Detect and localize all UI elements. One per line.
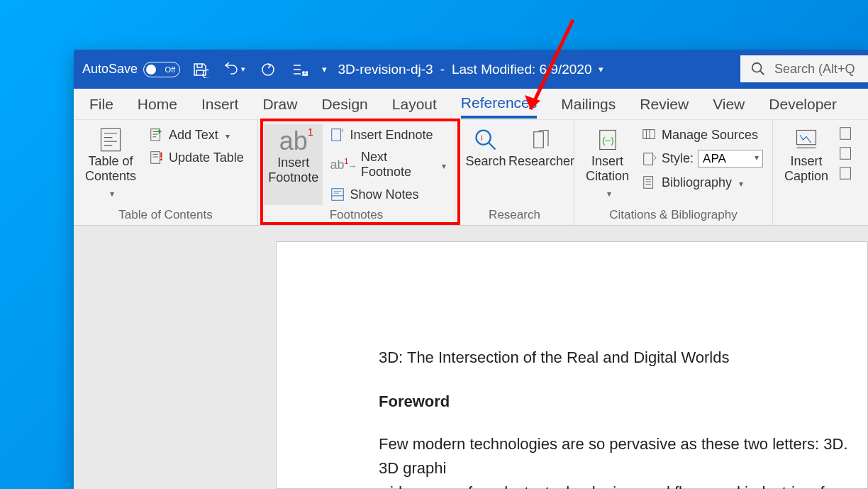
search-icon xyxy=(750,61,766,77)
show-notes-icon xyxy=(330,187,345,202)
bibliography-button[interactable]: Bibliography xyxy=(639,173,766,192)
svg-rect-16 xyxy=(644,177,653,189)
style-dropdown[interactable]: APA xyxy=(698,150,763,167)
document-canvas[interactable]: 3D: The Intersection of the Real and Dig… xyxy=(74,226,868,489)
titlebar: AutoSave Off ▾ 123 ▾ 3D-revision-dj-3 - … xyxy=(74,50,868,89)
tab-layout[interactable]: Layout xyxy=(392,92,437,117)
svg-rect-7 xyxy=(332,129,341,141)
group-research: i Search Researcher Research xyxy=(455,120,574,225)
group-captions: Insert Caption xyxy=(773,120,868,225)
svg-rect-5 xyxy=(151,152,160,164)
autosave-toggle[interactable]: Off xyxy=(143,62,180,77)
svg-point-10 xyxy=(477,131,491,145)
page[interactable]: 3D: The Intersection of the Real and Dig… xyxy=(276,241,868,489)
doc-paragraph[interactable]: Few modern technologies are so pervasive… xyxy=(379,432,867,489)
citation-icon: (–) xyxy=(595,127,621,153)
tab-draw[interactable]: Draw xyxy=(262,92,297,117)
tab-file[interactable]: File xyxy=(89,92,113,117)
next-footnote-button[interactable]: ab1→ Next Footnote xyxy=(327,148,449,181)
autosave-label: AutoSave xyxy=(82,62,138,77)
researcher-icon xyxy=(529,127,555,153)
search-placeholder: Search (Alt+Q xyxy=(774,62,855,77)
redo-icon[interactable] xyxy=(260,61,277,78)
tab-references[interactable]: References xyxy=(461,90,537,119)
svg-point-6 xyxy=(160,158,162,160)
bibliography-icon xyxy=(642,175,657,190)
group-citations: (–) Insert Citation Manage Sources Style… xyxy=(574,120,773,225)
group-label-footnotes: Footnotes xyxy=(264,205,449,222)
tab-home[interactable]: Home xyxy=(138,92,177,117)
spelling-flag[interactable]: workflows xyxy=(642,483,711,489)
qat-customize[interactable]: ▾ xyxy=(322,64,327,75)
group-label-citations: Citations & Bibliography xyxy=(580,205,767,222)
svg-rect-17 xyxy=(797,131,816,145)
insert-citation-button[interactable]: (–) Insert Citation xyxy=(580,124,635,205)
search-button[interactable]: i Search xyxy=(461,124,511,205)
save-icon[interactable] xyxy=(191,61,208,78)
group-label-research: Research xyxy=(461,205,568,222)
tab-insert[interactable]: Insert xyxy=(201,92,239,117)
tab-review[interactable]: Review xyxy=(640,92,689,117)
word-window: AutoSave Off ▾ 123 ▾ 3D-revision-dj-3 - … xyxy=(74,50,868,489)
svg-text:i: i xyxy=(481,133,483,142)
add-text-button[interactable]: Add Text xyxy=(146,126,247,144)
doc-heading-foreword[interactable]: Foreword xyxy=(379,392,867,411)
undo-icon xyxy=(223,61,240,78)
svg-rect-19 xyxy=(840,148,851,160)
insert-endnote-button[interactable]: i Insert Endnote xyxy=(327,126,449,144)
cross-ref-icon[interactable] xyxy=(838,165,854,181)
show-notes-button[interactable]: Show Notes xyxy=(327,185,449,204)
researcher-button[interactable]: Researcher xyxy=(515,124,568,205)
tab-mailings[interactable]: Mailings xyxy=(561,92,616,117)
tab-design[interactable]: Design xyxy=(321,92,367,117)
svg-rect-3 xyxy=(101,128,121,151)
table-figures-icon[interactable] xyxy=(838,126,854,141)
document-title[interactable]: 3D-revision-dj-3 - Last Modified: 6/9/20… xyxy=(338,62,604,77)
manage-sources-icon xyxy=(642,127,657,143)
svg-rect-9 xyxy=(332,189,344,201)
update-captions-icon[interactable] xyxy=(838,145,854,161)
insert-caption-button[interactable]: Insert Caption xyxy=(779,124,834,222)
insert-footnote-button[interactable]: ab1 Insert Footnote xyxy=(264,124,323,205)
search-research-icon: i xyxy=(473,127,499,153)
manage-sources-button[interactable]: Manage Sources xyxy=(639,126,766,144)
next-footnote-icon: ab1→ xyxy=(330,158,357,172)
svg-text:i: i xyxy=(343,127,344,133)
captions-extra xyxy=(838,124,854,222)
style-selector[interactable]: Style: APA xyxy=(639,148,766,169)
search-box[interactable]: Search (Alt+Q xyxy=(740,55,868,82)
update-table-button[interactable]: Update Table xyxy=(146,148,247,167)
ribbon-tabs: File Home Insert Draw Design Layout Refe… xyxy=(74,89,868,120)
line-numbering-icon[interactable]: 123 xyxy=(291,61,308,78)
add-text-icon xyxy=(149,127,165,143)
group-footnotes: ab1 Insert Footnote i Insert Endnote ab1… xyxy=(258,120,455,225)
svg-rect-14 xyxy=(643,130,655,139)
style-icon xyxy=(642,151,657,167)
svg-rect-18 xyxy=(840,128,851,140)
doc-title-line[interactable]: 3D: The Intersection of the Real and Dig… xyxy=(379,348,867,367)
caption-icon xyxy=(794,127,819,153)
autosave-control[interactable]: AutoSave Off xyxy=(82,62,180,77)
svg-rect-20 xyxy=(840,167,851,180)
update-table-icon xyxy=(149,150,165,165)
toc-icon xyxy=(98,127,123,153)
svg-point-2 xyxy=(752,63,762,72)
svg-point-0 xyxy=(262,64,274,75)
svg-rect-4 xyxy=(151,129,160,141)
svg-rect-15 xyxy=(644,153,653,165)
group-label-toc: Table of Contents xyxy=(79,205,252,222)
quick-access-toolbar: ▾ 123 ▾ xyxy=(191,61,327,78)
undo-button[interactable]: ▾ xyxy=(223,61,245,78)
svg-text:(–): (–) xyxy=(602,135,614,145)
group-table-of-contents: Table of Contents Add Text Update Table … xyxy=(74,120,258,225)
footnote-ab-icon: ab1 xyxy=(279,128,308,154)
tab-view[interactable]: View xyxy=(713,92,745,117)
ribbon: Table of Contents Add Text Update Table … xyxy=(74,120,868,226)
endnote-icon: i xyxy=(330,127,345,143)
tab-developer[interactable]: Developer xyxy=(769,92,837,117)
svg-text:123: 123 xyxy=(302,70,308,77)
table-of-contents-button[interactable]: Table of Contents xyxy=(79,124,142,205)
